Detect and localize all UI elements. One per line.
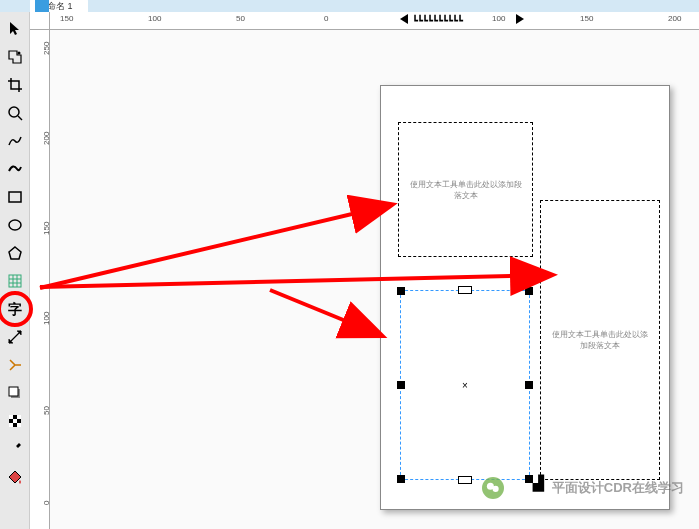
- drop-shadow-tool[interactable]: [3, 379, 27, 407]
- ellipse-tool[interactable]: [3, 211, 27, 239]
- selected-text-frame[interactable]: × ▟: [400, 290, 530, 480]
- svg-rect-7: [9, 387, 18, 396]
- ruler-tick: 50: [42, 406, 50, 415]
- ruler-indent-right[interactable]: [516, 14, 524, 24]
- svg-rect-2: [9, 192, 21, 202]
- color-eyedropper-tool[interactable]: [3, 435, 27, 463]
- svg-rect-13: [17, 423, 21, 427]
- svg-line-16: [270, 290, 380, 335]
- text-tool[interactable]: 字: [3, 295, 27, 323]
- svg-point-3: [9, 220, 21, 230]
- ruler-tick: 0: [42, 501, 50, 505]
- center-marker: ×: [462, 380, 468, 391]
- resize-handle-ml[interactable]: [397, 381, 405, 389]
- ruler-indent-left[interactable]: [400, 14, 408, 24]
- ruler-tick: 150: [60, 14, 73, 23]
- pick-tool[interactable]: [3, 15, 27, 43]
- resize-handle-br[interactable]: [525, 475, 533, 483]
- svg-point-18: [493, 486, 499, 492]
- text-flow-bottom[interactable]: [458, 476, 472, 484]
- svg-rect-9: [9, 415, 13, 419]
- ruler-tick: 200: [42, 132, 50, 145]
- polygon-tool[interactable]: [3, 239, 27, 267]
- resize-handle-bl[interactable]: [397, 475, 405, 483]
- canvas-area[interactable]: 使用文本工具单击此处以添加段落文本 使用文本工具单击此处以添加段落文本 × ▟: [50, 30, 699, 529]
- overflow-indicator[interactable]: ▟: [533, 475, 544, 491]
- svg-rect-11: [13, 419, 17, 423]
- ruler-tick: 100: [492, 14, 505, 23]
- ruler-tick: 150: [580, 14, 593, 23]
- crop-tool[interactable]: [3, 71, 27, 99]
- svg-rect-12: [9, 423, 13, 427]
- ruler-tick: 100: [148, 14, 161, 23]
- interactive-fill-tool[interactable]: [3, 463, 27, 491]
- svg-rect-10: [17, 415, 21, 419]
- placeholder-text: 使用文本工具单击此处以添加段落文本: [409, 179, 522, 201]
- placeholder-text: 使用文本工具单击此处以添加段落文本: [551, 329, 649, 351]
- connector-tool[interactable]: [3, 351, 27, 379]
- resize-handle-mr[interactable]: [525, 381, 533, 389]
- text-frame-1[interactable]: 使用文本工具单击此处以添加段落文本: [398, 122, 533, 257]
- shape-tool[interactable]: [3, 43, 27, 71]
- svg-point-0: [17, 52, 20, 55]
- ruler-tick: 50: [236, 14, 245, 23]
- toolbox: 字: [0, 12, 30, 529]
- home-icon[interactable]: [35, 0, 49, 12]
- artistic-media-tool[interactable]: [3, 155, 27, 183]
- wechat-icon: [482, 477, 504, 499]
- ruler-tick: 100: [42, 312, 50, 325]
- text-frame-2[interactable]: 使用文本工具单击此处以添加段落文本: [540, 200, 660, 480]
- parallel-dimension-tool[interactable]: [3, 323, 27, 351]
- ruler-tick: 200: [668, 14, 681, 23]
- annotation-arrow-3: [270, 285, 390, 349]
- freehand-tool[interactable]: [3, 127, 27, 155]
- watermark-text: 平面设计CDR在线学习: [552, 479, 684, 497]
- ruler-corner: [30, 12, 50, 30]
- horizontal-ruler[interactable]: ┗┗┗┗┗┗┗┗┗┗ 150100500100150200: [50, 12, 699, 30]
- ruler-tick: 0: [324, 14, 328, 23]
- highlight-annotation: [0, 291, 33, 327]
- tab-bar: 未命名 1: [0, 0, 699, 12]
- transparency-tool[interactable]: [3, 407, 27, 435]
- ruler-tab-marks: ┗┗┗┗┗┗┗┗┗┗: [412, 15, 462, 26]
- svg-rect-4: [9, 275, 21, 287]
- ruler-tick: 250: [42, 42, 50, 55]
- zoom-tool[interactable]: [3, 99, 27, 127]
- svg-point-1: [9, 107, 19, 117]
- rectangle-tool[interactable]: [3, 183, 27, 211]
